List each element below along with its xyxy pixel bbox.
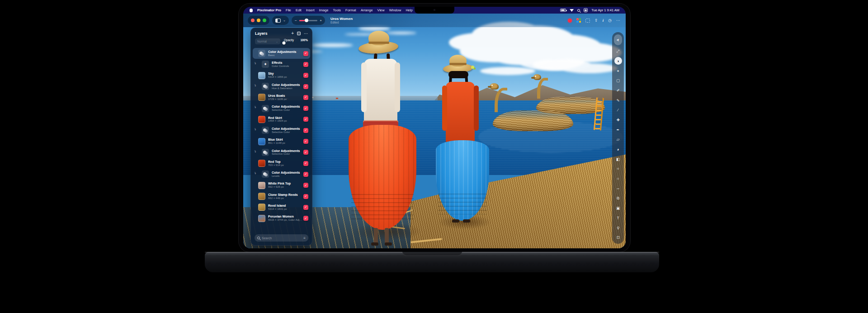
- retouch-tool[interactable]: ✚: [614, 116, 622, 124]
- text-tool[interactable]: T: [614, 214, 622, 222]
- close-button[interactable]: [251, 19, 255, 22]
- crop-tool[interactable]: ⊡: [614, 234, 622, 242]
- layer-row-color-adjustments-basic[interactable]: Color AdjustmentsBasic✓: [253, 48, 310, 59]
- history-icon[interactable]: ◷: [608, 18, 612, 23]
- pointer-tool[interactable]: ➤: [614, 34, 622, 45]
- layer-visibility-checkbox[interactable]: ✓: [303, 161, 308, 166]
- layer-visibility-checkbox[interactable]: ✓: [303, 106, 308, 111]
- layer-visibility-checkbox[interactable]: ✓: [303, 128, 308, 133]
- line-tool[interactable]: ∕: [614, 106, 622, 114]
- paint-tool[interactable]: ✒: [614, 126, 622, 133]
- menu-window[interactable]: Window: [389, 8, 401, 12]
- sidebar-toggle-button[interactable]: ⌄: [272, 16, 289, 25]
- layer-row-blue-skirt-861-1148-px[interactable]: Blue Skirt861 × 1148 px✓: [253, 136, 310, 147]
- layer-visibility-checkbox[interactable]: ✓: [303, 84, 308, 89]
- layer-text: Blue Skirt861 × 1148 px: [268, 138, 303, 145]
- layer-row-sky-5314-1656-px[interactable]: Sky5314 × 1656 px✓: [253, 70, 310, 81]
- apple-menu-icon[interactable]: [250, 9, 253, 12]
- blur-tool[interactable]: ○: [614, 175, 622, 183]
- canvas-frame-icon[interactable]: [585, 19, 590, 23]
- zoom-knob[interactable]: [305, 19, 308, 22]
- layer-style-button[interactable]: [297, 32, 301, 35]
- layer-row-red-top-703-914-px[interactable]: Red Top703 × 914 px✓: [253, 158, 310, 169]
- layer-visibility-checkbox[interactable]: ✓: [303, 62, 308, 67]
- layer-visibility-checkbox[interactable]: ✓: [303, 73, 308, 78]
- zoom-out-icon[interactable]: −: [295, 19, 297, 23]
- menu-image[interactable]: Image: [319, 8, 329, 12]
- layer-visibility-checkbox[interactable]: ✓: [303, 194, 308, 199]
- menu-tools[interactable]: Tools: [333, 8, 341, 12]
- gradient-tool[interactable]: ◧: [614, 155, 622, 163]
- layers-more-button[interactable]: ⋯: [304, 32, 308, 36]
- quick-select-tool[interactable]: ✎: [614, 96, 622, 104]
- layer-row-effects-color-controls[interactable]: ↴✦EffectsColor Controls✓: [253, 59, 310, 70]
- layer-row-color-adjustments-selective-color[interactable]: ↴Color AdjustmentsSelective Color✓: [253, 147, 310, 158]
- zoom-window-button[interactable]: [263, 19, 266, 22]
- filter-icon[interactable]: ≡: [303, 236, 306, 240]
- menu-bar-clock[interactable]: Tue Apr 1 9:41 AM: [591, 8, 619, 12]
- layer-name: Reed Island: [268, 204, 303, 208]
- control-center-icon[interactable]: [584, 8, 588, 12]
- menu-edit[interactable]: Edit: [296, 8, 302, 12]
- layer-visibility-checkbox[interactable]: ✓: [303, 150, 308, 155]
- zoom-tool[interactable]: ⚲: [614, 224, 622, 232]
- zoom-in-icon[interactable]: +: [320, 19, 322, 23]
- layer-row-uros-boats-1729-1106-px[interactable]: Uros Boats1729 × 1106 px✓: [253, 92, 310, 103]
- info-icon[interactable]: i: [603, 18, 604, 23]
- layer-visibility-checkbox[interactable]: ✓: [303, 205, 308, 210]
- menu-view[interactable]: View: [377, 8, 385, 12]
- zoom-track[interactable]: [299, 20, 317, 21]
- sharpen-tool[interactable]: ✧: [614, 165, 622, 173]
- layer-row-red-skirt-1464-1504-px[interactable]: Red Skirt1464 × 1504 px✓: [253, 114, 310, 125]
- battery-icon[interactable]: [560, 9, 566, 12]
- spotlight-icon[interactable]: [577, 9, 580, 12]
- erase-tool[interactable]: ▱: [614, 136, 622, 143]
- layer-row-reed-island-5314-1631-px[interactable]: Reed Island5314 × 1631 px✓: [253, 202, 310, 213]
- zoom-slider[interactable]: − +: [292, 16, 325, 25]
- layer-visibility-checkbox[interactable]: ✓: [303, 51, 308, 56]
- menu-insert[interactable]: Insert: [306, 8, 315, 12]
- blend-mode-select[interactable]: Normal ⌄: [255, 38, 280, 44]
- freeform-select-tool[interactable]: ✐: [614, 86, 622, 94]
- color-swatches-icon[interactable]: [576, 18, 581, 23]
- layer-row-clone-stamp-reeds-662-449-px[interactable]: Clone Stamp Reeds662 × 449 px✓: [253, 191, 310, 202]
- layers-search: ≡: [255, 234, 308, 242]
- document-title-block: Uros Women Edited: [330, 17, 353, 24]
- menu-arrange[interactable]: Arrange: [361, 8, 373, 12]
- layer-visibility-checkbox[interactable]: ✓: [303, 139, 308, 144]
- clone-tool[interactable]: ⧉: [614, 194, 622, 202]
- slice-tool[interactable]: ▣: [614, 204, 622, 212]
- layer-row-color-adjustments-selective-color[interactable]: ↴Color AdjustmentsSelective Color✓: [253, 103, 310, 114]
- arrange-tool[interactable]: ⤢: [614, 47, 622, 55]
- layer-row-color-adjustments-levels[interactable]: ↴Color AdjustmentsLevels✓: [253, 169, 310, 180]
- layer-visibility-checkbox[interactable]: ✓: [303, 172, 308, 177]
- layer-visibility-checkbox[interactable]: ✓: [303, 95, 308, 100]
- status-red-dot-icon[interactable]: [568, 19, 572, 23]
- layer-visibility-checkbox[interactable]: ✓: [303, 183, 308, 188]
- color-adjustments-tool[interactable]: ◑: [614, 57, 622, 65]
- layer-visibility-checkbox[interactable]: ✓: [303, 216, 308, 221]
- layer-detail: 5616 × 3744 px, Color Adjustm…: [268, 218, 303, 222]
- search-input[interactable]: [262, 237, 302, 240]
- share-icon[interactable]: ⇧: [594, 18, 598, 23]
- layer-row-color-adjustments-selective-color[interactable]: ↴Color AdjustmentsSelective Color✓: [253, 125, 310, 136]
- layer-name: Peruvian Women: [268, 215, 303, 218]
- paint-tool-icon: ✒: [616, 127, 619, 132]
- menu-help[interactable]: Help: [406, 8, 412, 12]
- layer-row-color-adjustments-hue-saturation[interactable]: ↴Color AdjustmentsHue & Saturation✓: [253, 81, 310, 92]
- app-menu[interactable]: Pixelmator Pro: [257, 8, 281, 12]
- fill-tool[interactable]: ◕: [614, 146, 622, 153]
- opacity-knob[interactable]: [283, 42, 286, 45]
- menu-format[interactable]: Format: [345, 8, 356, 12]
- add-layer-button[interactable]: +: [291, 31, 294, 36]
- marquee-select-tool[interactable]: ▢: [614, 77, 622, 85]
- layer-row-peruvian-women-5616-3744-px-color-adjustm[interactable]: Peruvian Women5616 × 3744 px, Color Adju…: [253, 213, 310, 223]
- wifi-icon[interactable]: [570, 9, 574, 12]
- layer-visibility-checkbox[interactable]: ✓: [303, 117, 308, 122]
- effects-tool[interactable]: ✦: [614, 67, 622, 75]
- more-icon[interactable]: ⋯: [616, 18, 620, 23]
- minimize-button[interactable]: [257, 19, 260, 22]
- menu-file[interactable]: File: [286, 8, 291, 12]
- layer-row-white-pink-top-992-926-px[interactable]: White Pink Top992 × 926 px✓: [253, 180, 310, 191]
- smudge-tool[interactable]: ∽: [614, 185, 622, 192]
